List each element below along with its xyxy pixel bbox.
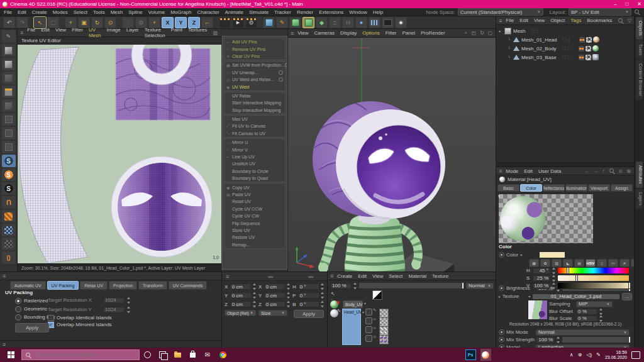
layer-thumbnail[interactable] [379,335,389,344]
network-icon[interactable]: ⊕ [578,352,582,358]
uvw-tag-icon[interactable]: ✕ [586,37,592,43]
menu-item-volume[interactable]: Volume [148,9,165,15]
taskbar-search[interactable] [21,349,140,360]
tab-automatic-uv[interactable]: Automatic UV [10,281,46,290]
coord-size-select[interactable]: Size▼ [258,310,287,316]
expander-icon[interactable]: └ [508,38,511,41]
color-picker-compact-icon[interactable]: ◣ [563,259,573,267]
tab-transform[interactable]: Transform [138,281,167,290]
uv-points-mode-icon[interactable]: S [2,155,16,167]
maximize-button[interactable]: □ [625,1,628,7]
expander-icon[interactable]: └ [508,55,511,59]
lock-icon[interactable]: ⊙ [618,168,623,174]
options-dot-icon[interactable] [279,70,283,75]
layer-opacity-slider[interactable] [358,282,464,289]
menu-item-view[interactable]: View [297,30,308,36]
context-menu-item-uv-unwrap[interactable]: ◇UV Unwrap... [225,69,285,76]
context-menu-item-uv-weld[interactable]: ◉UV Weld [225,83,285,90]
tab-illumination[interactable]: Illumination [565,184,587,192]
tab-reflectance[interactable]: Reflectance [543,184,565,192]
chevron-down-icon[interactable]: ▾ [498,194,500,198]
histogram-icon[interactable]: ▥ [213,30,218,36]
menu-item-select[interactable]: Select [74,9,87,15]
coord-stepper[interactable] [321,301,324,307]
pan-view-icon[interactable]: + [463,30,469,36]
context-menu-item-stop-interactive-mapping[interactable]: Stop Interactive Mapping [225,107,285,114]
taskbar-clock[interactable]: 16:59 23.06.2020 [605,350,627,360]
menu-item-mograph[interactable]: MoGraph [170,9,191,15]
chevron-right-icon[interactable]: ▸ [499,294,501,299]
coord-stepper[interactable] [253,283,256,290]
menu-item-filter[interactable]: Filter [386,30,397,36]
spline-pen-icon[interactable]: ✎ [276,17,288,28]
menu-item-create[interactable]: Create [32,9,47,15]
camera-icon[interactable] [382,17,394,28]
start-button[interactable] [0,348,21,362]
hsv-stepper[interactable] [552,283,555,289]
subdivision-surface-icon[interactable] [289,17,301,28]
visibility-dots-icon[interactable]: ⬚⋮ [531,28,540,33]
mix-mode-select[interactable]: Normal▼ [536,329,630,336]
axis-brackets-icon[interactable]: () [2,251,16,264]
tab-assign[interactable]: Assign [611,184,633,192]
tab-uv-packing[interactable]: UV Packing [47,281,79,290]
axis-modify-icon[interactable]: + [148,17,160,28]
texture-browse-button[interactable]: ... [622,293,632,300]
z-axis-lock-icon[interactable]: Z [188,17,200,28]
menu-item-view[interactable]: View [372,273,383,279]
context-menu-item-mirror-u[interactable]: ↔Mirror U [225,139,285,146]
rgb-sliders-icon[interactable]: ▯ [597,259,607,267]
context-menu-item-fit-uv-to-canvas[interactable]: ⤢Fit UV to Canvas [225,123,285,129]
mix-strength-enable-button[interactable] [499,337,504,343]
color-mixer-icon[interactable]: ▭ [608,259,618,267]
menu-item-mode[interactable]: Mode [506,168,518,174]
maximize-view-icon[interactable]: ▢ [487,30,493,36]
modeling-settings-icon[interactable]: ⚙ [135,17,147,28]
menu-item-render[interactable]: Render [297,9,313,15]
material-head-selected-column[interactable]: Head_UV [342,309,361,345]
radio-button[interactable] [15,314,21,321]
menu-item-tracker[interactable]: Tracker [274,9,291,15]
tab-relax-uv[interactable]: Relax UV [80,281,108,290]
texture-mode-icon[interactable] [2,58,16,70]
layer-thumbnail[interactable] [379,326,389,336]
context-menu-item-fit-canvas-to-uv[interactable]: ⤡Fit Canvas to UV [225,130,285,137]
undo-icon[interactable]: ↶ [3,17,15,28]
menu-item-help[interactable]: Help [373,9,383,15]
menu-item-simulate[interactable]: Simulate [249,9,269,15]
render-view-icon[interactable] [219,17,231,28]
mix-mode-enable-button[interactable] [499,329,504,335]
context-menu-item-paste-uv[interactable]: ▤Paste UV [225,191,285,198]
mix-strength-field[interactable]: 100 % [536,337,555,343]
sampling-select[interactable]: MIP▼ [576,301,613,307]
blur-scale-stepper[interactable] [599,315,602,322]
hsv-mode-icon[interactable]: HSV [586,259,596,267]
bend-deformer-icon[interactable] [303,17,314,28]
menu-item-object[interactable]: Object [550,18,565,23]
coord-stepper[interactable] [287,301,290,307]
tab-basic[interactable]: Basic [497,184,519,192]
expander-icon[interactable]: ▾ [499,29,502,33]
phong-tag-icon[interactable] [579,37,585,43]
menu-item-window[interactable]: Window [349,9,367,15]
hamburger-icon[interactable]: ≡ [499,18,502,24]
context-menu-item-reset-uv[interactable]: Reset UV [225,198,285,205]
array-icon[interactable] [369,17,380,28]
coord-apply-button[interactable]: Apply [294,310,324,318]
menu-item-user-data[interactable]: User Data [538,168,561,174]
menu-item-create[interactable]: Create [337,273,352,279]
menu-item-prorender[interactable]: ProRender [421,30,445,36]
panel-tab-takes[interactable]: Takes [636,40,643,59]
cortana-icon[interactable] [140,348,155,362]
panel-tab-objects[interactable]: Objects [636,17,643,40]
menu-item-edit[interactable]: Edit [524,168,533,174]
menu-item-display[interactable]: Display [340,30,357,36]
field-icon[interactable]: ◆ [316,17,328,28]
visibility-dots-icon[interactable]: ⬚⋮ [562,55,571,60]
options-dot-icon[interactable] [285,63,287,67]
cinema4d-taskbar-icon[interactable] [478,348,493,362]
uv-packing-apply-button[interactable]: Apply [15,323,49,332]
menu-item-tags[interactable]: Tags [570,18,581,23]
redo-icon[interactable]: ↷ [16,17,28,28]
context-menu-item-set-uvw-from-projection[interactable]: ▦Set UVW from Projection... [225,62,285,69]
